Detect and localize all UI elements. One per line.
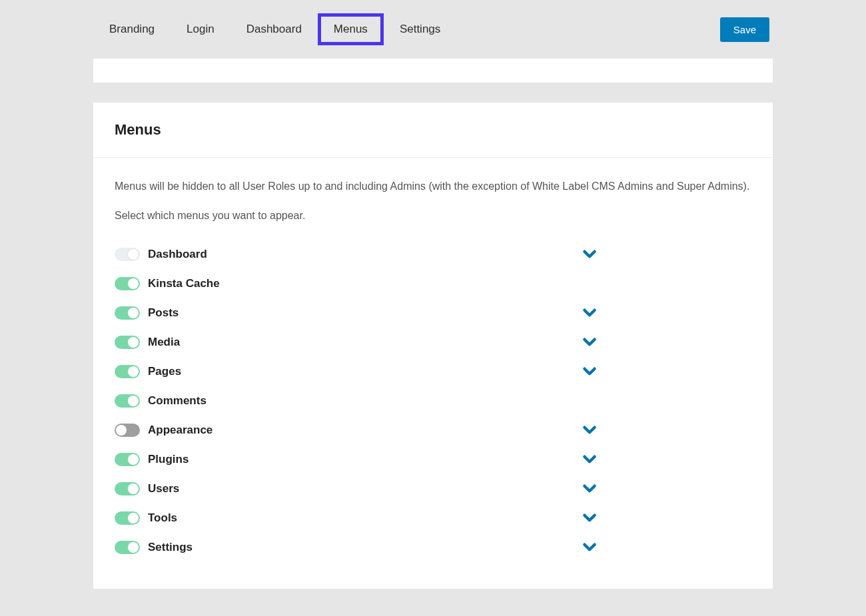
toggle-knob [128,454,139,465]
menus-panel: Menus Menus will be hidden to all User R… [93,103,773,589]
menu-row-label: Media [148,336,180,349]
menu-row: Comments [115,386,751,416]
menu-row: Plugins [115,445,751,474]
toggle-knob [128,542,139,553]
toggle-knob [128,483,139,494]
chevron-down-icon[interactable] [581,480,598,497]
tab-login[interactable]: Login [171,13,230,45]
toggle-media[interactable] [115,336,140,349]
tab-list: BrandingLoginDashboardMenusSettings [93,13,456,45]
toggle-posts[interactable] [115,306,140,320]
chevron-down-icon[interactable] [581,539,598,556]
toggle-knob [116,425,127,436]
menu-row: Kinsta Cache [115,269,751,298]
menu-row-label: Tools [148,511,177,525]
menu-row: Dashboard [115,240,751,269]
menu-row-label: Users [148,482,179,495]
toggle-settings[interactable] [115,541,140,554]
menu-row-label: Dashboard [148,248,207,261]
save-button[interactable]: Save [720,17,769,42]
menu-row: Tools [115,503,751,533]
chevron-down-icon[interactable] [581,509,598,527]
menu-row: Pages [115,357,751,386]
menu-row-label: Kinsta Cache [148,277,220,290]
tab-dashboard[interactable]: Dashboard [230,13,318,45]
top-bar: BrandingLoginDashboardMenusSettings Save [0,0,866,59]
chevron-down-icon[interactable] [581,451,598,468]
toggle-knob [128,366,139,377]
toggle-knob [128,396,139,406]
panel-spacer [93,59,773,83]
toggle-knob [128,337,139,348]
menu-row-label: Appearance [148,424,213,437]
toggle-users[interactable] [115,482,140,495]
menu-row: Appearance [115,416,751,445]
toggle-kinsta-cache[interactable] [115,277,140,290]
menu-row-label: Plugins [148,453,189,466]
menu-row-label: Comments [148,394,207,408]
menu-row-label: Pages [148,365,181,378]
panel-description-1: Menus will be hidden to all User Roles u… [115,178,751,195]
toggle-appearance[interactable] [115,424,140,437]
panel-body: Menus will be hidden to all User Roles u… [93,158,773,589]
menu-row: Posts [115,298,751,328]
toggle-knob [128,513,139,523]
menu-row: Users [115,474,751,503]
chevron-down-icon[interactable] [581,304,598,322]
chevron-down-icon[interactable] [581,422,598,439]
menu-row-label: Settings [148,541,193,554]
tab-settings[interactable]: Settings [384,13,456,45]
toggle-knob [128,278,139,289]
toggle-dashboard[interactable] [115,248,140,261]
chevron-down-icon[interactable] [581,334,598,351]
chevron-down-icon[interactable] [581,363,598,380]
panel-description-2: Select which menus you want to appear. [115,207,751,224]
menu-row: Settings [115,533,751,562]
toggle-knob [128,308,139,318]
menu-row-label: Posts [148,306,179,320]
toggle-comments[interactable] [115,394,140,408]
tab-branding[interactable]: Branding [93,13,171,45]
toggle-plugins[interactable] [115,453,140,466]
chevron-down-icon[interactable] [581,246,598,263]
menu-row: Media [115,328,751,357]
panel-title: Menus [93,103,773,158]
tab-menus[interactable]: Menus [318,13,384,45]
menu-row-list: DashboardKinsta CachePostsMediaPagesComm… [115,240,751,562]
toggle-tools[interactable] [115,511,140,525]
toggle-pages[interactable] [115,365,140,378]
toggle-knob [128,249,139,260]
